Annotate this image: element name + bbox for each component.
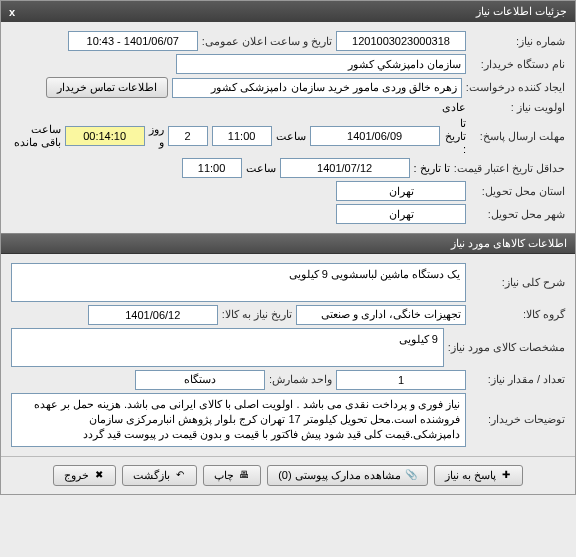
- window-title: جزئیات اطلاعات نیاز: [476, 5, 567, 18]
- public-date-label: تاریخ و ساعت اعلان عمومی:: [202, 35, 332, 48]
- validity-time-label: ساعت: [246, 162, 276, 175]
- validity-date-field: [280, 158, 410, 178]
- exit-icon: ✖: [93, 469, 105, 481]
- close-icon[interactable]: x: [9, 6, 15, 18]
- back-label: بازگشت: [133, 469, 170, 482]
- spec-label: مشخصات کالای مورد نیاز:: [448, 341, 565, 354]
- remain-time-field: [65, 126, 145, 146]
- deadline-label: مهلت ارسال پاسخ:: [470, 130, 565, 143]
- print-label: چاپ: [214, 469, 234, 482]
- deadline-todate-label: تا تاریخ :: [444, 117, 466, 155]
- province-field: [336, 181, 466, 201]
- buyer-org-field: [176, 54, 466, 74]
- validity-time-field: [182, 158, 242, 178]
- deadline-time-label: ساعت: [276, 130, 306, 143]
- deadline-date-field: [310, 126, 440, 146]
- buyer-notes-label: توضیحات خریدار:: [470, 413, 565, 426]
- attachments-button[interactable]: 📎 مشاهده مدارک پیوستی (0): [267, 465, 428, 486]
- unit-label: واحد شمارش:: [269, 373, 332, 386]
- public-date-field: [68, 31, 198, 51]
- group-label: گروه کالا:: [470, 308, 565, 321]
- need-by-date-field: [88, 305, 218, 325]
- spec-field: [11, 328, 444, 367]
- attachments-label: مشاهده مدارک پیوستی (0): [278, 469, 401, 482]
- province-label: استان محل تحویل:: [470, 185, 565, 198]
- contact-info-button[interactable]: اطلاعات تماس خریدار: [46, 77, 168, 98]
- window-root: جزئیات اطلاعات نیاز x شماره نیاز: تاریخ …: [0, 0, 576, 495]
- days-and-label: روز و: [149, 123, 164, 149]
- priority-label: اولویت نیاز :: [470, 101, 565, 114]
- unit-field: [135, 370, 265, 390]
- buyer-notes-field: [11, 393, 466, 447]
- exit-label: خروج: [64, 469, 89, 482]
- validity-label: حداقل تاریخ اعتبار قیمت:: [454, 162, 565, 175]
- goods-section-header: اطلاعات کالاهای مورد نیاز: [1, 233, 575, 254]
- desc-field: [11, 263, 466, 302]
- need-number-label: شماره نیاز:: [470, 35, 565, 48]
- reply-label: پاسخ به نیاز: [445, 469, 496, 482]
- creator-label: ایجاد کننده درخواست:: [466, 81, 565, 94]
- desc-label: شرح کلی نیاز:: [470, 276, 565, 289]
- button-bar: ✚ پاسخ به نیاز 📎 مشاهده مدارک پیوستی (0)…: [1, 456, 575, 494]
- group-field: [296, 305, 466, 325]
- validity-todate-label: تا تاریخ :: [414, 162, 450, 175]
- need-number-field: [336, 31, 466, 51]
- city-field: [336, 204, 466, 224]
- buyer-org-label: نام دستگاه خریدار:: [470, 58, 565, 71]
- creator-field: [172, 78, 462, 98]
- remain-days-field: [168, 126, 208, 146]
- need-by-date-label: تاریخ نیاز به کالا:: [222, 308, 292, 321]
- qty-label: تعداد / مقدار نیاز:: [470, 373, 565, 386]
- goods-section: شرح کلی نیاز: گروه کالا: تاریخ نیاز به ک…: [1, 254, 575, 456]
- reply-button[interactable]: ✚ پاسخ به نیاز: [434, 465, 523, 486]
- exit-button[interactable]: ✖ خروج: [53, 465, 116, 486]
- qty-field: [336, 370, 466, 390]
- priority-value: عادی: [442, 101, 466, 114]
- contact-label: اطلاعات تماس خریدار: [57, 81, 157, 94]
- titlebar: جزئیات اطلاعات نیاز x: [1, 1, 575, 22]
- deadline-time-field: [212, 126, 272, 146]
- back-button[interactable]: ↶ بازگشت: [122, 465, 197, 486]
- attachment-icon: 📎: [405, 469, 417, 481]
- remain-label: ساعت باقی مانده: [11, 123, 61, 149]
- back-icon: ↶: [174, 469, 186, 481]
- print-icon: 🖶: [238, 469, 250, 481]
- print-button[interactable]: 🖶 چاپ: [203, 465, 261, 486]
- need-info-section: شماره نیاز: تاریخ و ساعت اعلان عمومی: نا…: [1, 22, 575, 233]
- plus-icon: ✚: [500, 469, 512, 481]
- city-label: شهر محل تحویل:: [470, 208, 565, 221]
